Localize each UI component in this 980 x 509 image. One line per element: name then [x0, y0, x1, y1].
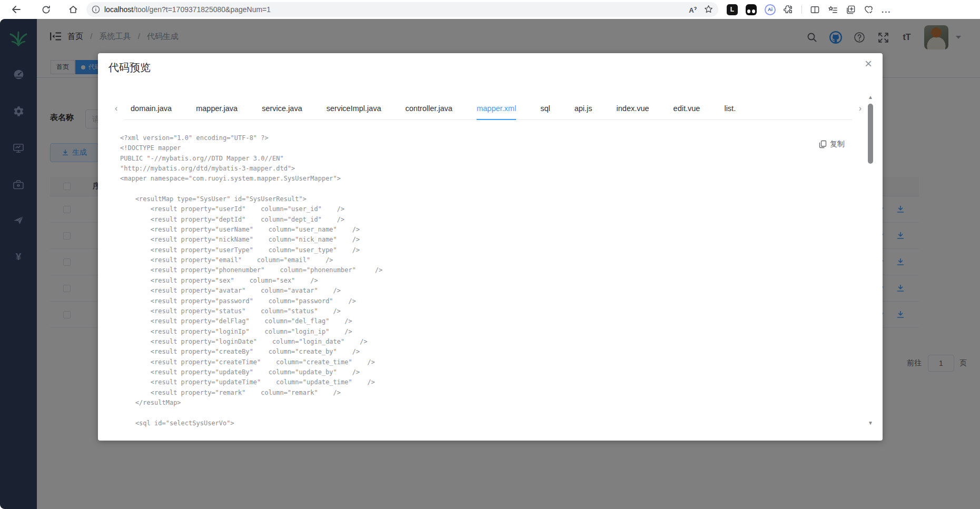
- extension-panda-icon[interactable]: [746, 4, 757, 15]
- tabs-scroll-left[interactable]: ‹: [115, 104, 117, 113]
- refresh-icon: [42, 5, 51, 14]
- dialog-title: 代码预览: [108, 61, 151, 75]
- file-tab-label: index.vue: [617, 104, 649, 113]
- file-tab-label: list.: [724, 104, 736, 113]
- browser-refresh-button[interactable]: [37, 2, 55, 17]
- browser-home-button[interactable]: [64, 2, 82, 17]
- extension-ai-icon[interactable]: Ai: [765, 4, 776, 15]
- toolbar-divider: [801, 5, 802, 14]
- browser-essentials-icon[interactable]: [864, 5, 874, 15]
- file-tab-label: sql: [540, 104, 550, 113]
- file-tab[interactable]: domain.java: [131, 98, 172, 120]
- scrollbar-down-arrow[interactable]: ▼: [867, 420, 874, 426]
- file-tab[interactable]: list.: [724, 98, 736, 120]
- split-screen-icon[interactable]: [810, 5, 820, 15]
- code-preview-dialog: 代码预览 × ‹ › domain.java mapper.java servi…: [98, 53, 883, 441]
- app-window: ¥ 首页 / 系统工具 / 代码生成: [0, 19, 980, 509]
- site-info-icon[interactable]: [92, 5, 100, 14]
- file-tab[interactable]: sql: [540, 98, 550, 120]
- file-tab[interactable]: service.java: [262, 98, 302, 120]
- file-tab-label: api.js: [575, 104, 592, 113]
- url-path: /tool/gen?t=1709371825080&pageNum=1: [133, 5, 271, 14]
- file-tab[interactable]: mapper.java: [196, 98, 237, 120]
- file-tab[interactable]: api.js: [575, 98, 592, 120]
- file-tab-label: mapper.java: [196, 104, 237, 113]
- file-tabs: domain.java mapper.java service.java ser…: [131, 98, 736, 120]
- home-icon: [68, 5, 78, 14]
- address-bar[interactable]: localhost/tool/gen?t=1709371825080&pageN…: [86, 2, 718, 17]
- dialog-close-button[interactable]: ×: [865, 57, 872, 70]
- file-tab[interactable]: index.vue: [617, 98, 649, 120]
- file-tab-label: serviceImpl.java: [326, 104, 381, 113]
- tabs-scroll-right[interactable]: ›: [859, 104, 862, 113]
- file-tab-label: service.java: [262, 104, 302, 113]
- scrollbar-thumb[interactable]: [868, 104, 873, 164]
- scrollbar-up-arrow[interactable]: ▲: [867, 94, 874, 100]
- file-tab[interactable]: serviceImpl.java: [326, 98, 381, 120]
- file-tab-label: controller.java: [405, 104, 452, 113]
- browser-more-menu-icon[interactable]: ...: [882, 5, 892, 14]
- file-tab-label: domain.java: [131, 104, 172, 113]
- file-tab-label: edit.vue: [674, 104, 700, 113]
- code-preview-text: <?xml version="1.0" encoding="UTF-8" ?> …: [120, 133, 847, 430]
- browser-extensions-area: L Ai ...: [727, 4, 892, 15]
- extensions-puzzle-icon[interactable]: [784, 5, 794, 15]
- read-aloud-icon[interactable]: Aɂ: [689, 5, 697, 14]
- back-arrow-icon: [12, 5, 21, 14]
- file-tab-label: mapper.xml: [477, 104, 516, 113]
- url-host: localhost: [104, 5, 133, 14]
- url-text: localhost/tool/gen?t=1709371825080&pageN…: [104, 5, 689, 14]
- file-tab[interactable]: edit.vue: [674, 98, 700, 120]
- favorite-star-icon[interactable]: [704, 5, 713, 14]
- file-tab[interactable]: mapper.xml: [477, 98, 516, 120]
- collections-icon[interactable]: [846, 5, 856, 15]
- extension-l-icon[interactable]: L: [727, 4, 738, 15]
- browser-toolbar: localhost/tool/gen?t=1709371825080&pageN…: [0, 0, 980, 19]
- file-tab[interactable]: controller.java: [405, 98, 452, 120]
- browser-back-button[interactable]: [7, 2, 25, 17]
- favorites-bar-icon[interactable]: [828, 5, 838, 15]
